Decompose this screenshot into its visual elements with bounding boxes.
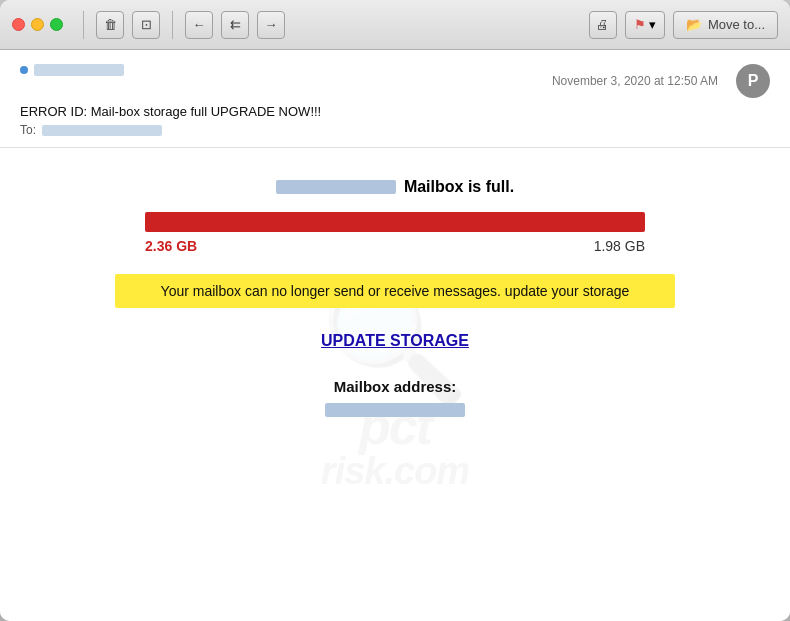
email-to-row: To: [20,123,770,137]
watermark-text-bottom: risk.com [321,452,469,490]
print-button[interactable]: 🖨 [589,11,617,39]
divider-2 [172,11,173,39]
email-header: November 3, 2020 at 12:50 AM P ERROR ID:… [0,50,790,148]
move-to-button[interactable]: 📂 Move to... [673,11,778,39]
mailbox-full-label: Mailbox is full. [404,178,514,196]
sender-name [34,64,124,76]
email-subject: ERROR ID: Mail-box storage full UPGRADE … [20,104,770,119]
divider-1 [83,11,84,39]
back-icon: ← [193,17,206,32]
mailbox-address-label: Mailbox address: [334,378,457,395]
dropdown-icon: ▾ [649,17,656,32]
storage-labels: 2.36 GB 1.98 GB [145,238,645,254]
move-to-label: Move to... [708,17,765,32]
back-all-icon: ⇇ [230,17,241,32]
flag-icon: ⚑ [634,17,646,32]
to-label: To: [20,123,36,137]
mail-window: 🗑 ⊡ ← ⇇ → 🖨 ⚑ ▾ 📂 Move to... [0,0,790,621]
avatar-initial: P [748,72,759,90]
storage-bar-container [145,212,645,232]
maximize-button[interactable] [50,18,63,31]
storage-used-label: 2.36 GB [145,238,197,254]
recipient-address [42,125,162,136]
mailbox-full-header: Mailbox is full. [276,178,514,196]
close-button[interactable] [12,18,25,31]
email-body: 🔍 pct risk.com Mailbox is full. 2.36 GB … [0,148,790,621]
titlebar: 🗑 ⊡ ← ⇇ → 🖨 ⚑ ▾ 📂 Move to... [0,0,790,50]
sender-info [20,64,124,76]
update-storage-link[interactable]: UPDATE STORAGE [321,332,469,350]
back-button[interactable]: ← [185,11,213,39]
back-all-button[interactable]: ⇇ [221,11,249,39]
forward-icon: → [265,17,278,32]
mailbox-address-value [325,403,465,417]
warning-text: Your mailbox can no longer send or recei… [161,283,630,299]
archive-icon: ⊡ [141,17,152,32]
mailbox-address-section: Mailbox address: [325,378,465,417]
flag-button[interactable]: ⚑ ▾ [625,11,665,39]
unread-dot [20,66,28,74]
trash-button[interactable]: 🗑 [96,11,124,39]
storage-bar [145,212,645,232]
forward-button[interactable]: → [257,11,285,39]
archive-button[interactable]: ⊡ [132,11,160,39]
mailbox-name [276,180,396,194]
email-area: November 3, 2020 at 12:50 AM P ERROR ID:… [0,50,790,621]
email-content: Mailbox is full. 2.36 GB 1.98 GB Your ma… [20,168,770,427]
storage-total-label: 1.98 GB [594,238,645,254]
print-icon: 🖨 [596,17,609,32]
email-date: November 3, 2020 at 12:50 AM [552,74,718,88]
warning-box: Your mailbox can no longer send or recei… [115,274,675,308]
email-meta-row: November 3, 2020 at 12:50 AM P [20,64,770,98]
avatar: P [736,64,770,98]
folder-icon: 📂 [686,17,702,32]
trash-icon: 🗑 [104,17,117,32]
minimize-button[interactable] [31,18,44,31]
traffic-lights [12,18,63,31]
